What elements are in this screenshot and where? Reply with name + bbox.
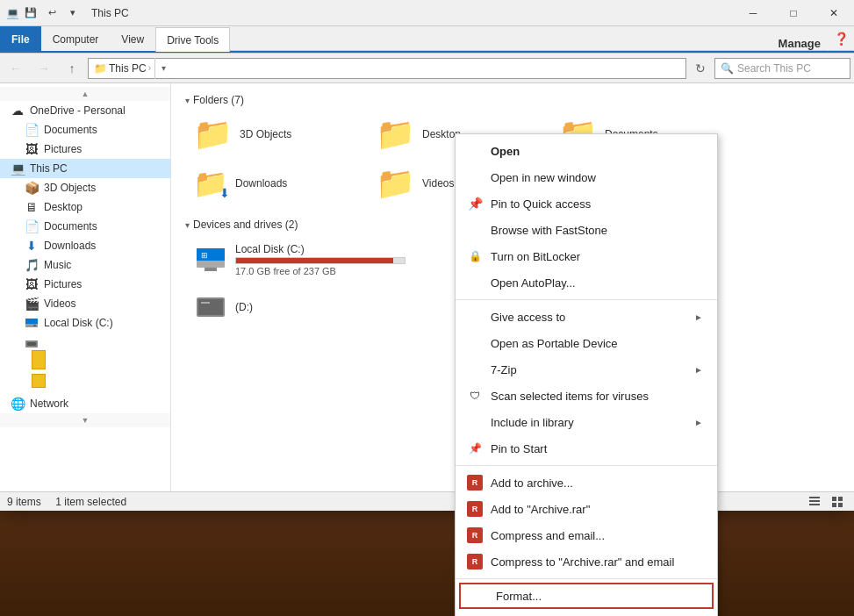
search-box[interactable]: 🔍 Search This PC xyxy=(714,58,850,79)
ctx-compress-email-label: Compress and email... xyxy=(491,529,703,542)
sidebar-label-this-pc: This PC xyxy=(30,162,68,175)
ctx-open-new-window[interactable]: Open in new window xyxy=(456,164,717,190)
folder-3d-objects-label: 3D Objects xyxy=(240,128,291,140)
ribbon-help-btn[interactable]: ❓ xyxy=(828,26,854,51)
ctx-autoplay[interactable]: Open AutoPlay... xyxy=(456,269,717,296)
documents-icon: 📄 xyxy=(25,219,39,233)
3d-objects-icon: 📦 xyxy=(25,181,39,195)
ctx-open-new-window-icon xyxy=(466,168,484,186)
sidebar-scroll-down[interactable]: ▼ xyxy=(0,413,170,427)
folder-desktop-icon: 📁 xyxy=(376,116,415,153)
drive-c-bar xyxy=(236,258,393,263)
folder-downloads-info: Downloads xyxy=(235,177,287,190)
sidebar-label-pictures: Pictures xyxy=(44,278,82,290)
ctx-browse-faststone[interactable]: Browse with FastStone xyxy=(456,217,717,243)
sidebar-item-this-pc[interactable]: 💻 This PC xyxy=(0,159,170,178)
sidebar-item-videos[interactable]: 🎬 Videos xyxy=(0,294,170,313)
ctx-pin-quick-label: Pin to Quick access xyxy=(491,197,703,211)
sidebar-label-videos: Videos xyxy=(44,297,75,310)
folder-3d-objects-info: 3D Objects xyxy=(240,128,291,140)
folder-downloads[interactable]: 📁⬇ Downloads xyxy=(185,162,361,204)
sidebar-label-network: Network xyxy=(30,398,68,410)
ctx-7zip[interactable]: 7-Zip ► xyxy=(456,356,717,383)
ctx-bitlocker[interactable]: 🔒 Turn on BitLocker xyxy=(456,243,717,269)
ctx-compress-email[interactable]: R Compress and email... xyxy=(456,522,717,548)
sidebar-item-drive-d-3[interactable] xyxy=(0,371,170,390)
ctx-portable-device[interactable]: Open as Portable Device xyxy=(456,330,717,356)
ctx-format[interactable]: Format... xyxy=(459,583,714,609)
sidebar-item-documents[interactable]: 📄 Documents xyxy=(0,217,170,236)
drive-d-name: (D:) xyxy=(235,301,405,313)
close-button[interactable]: ✕ xyxy=(814,0,854,26)
window-controls: ─ □ ✕ xyxy=(733,0,854,26)
ctx-pin-start[interactable]: 📌 Pin to Start xyxy=(456,435,717,462)
sidebar-item-network[interactable]: 🌐 Network xyxy=(0,394,170,413)
ctx-add-archive[interactable]: R Add to archive... xyxy=(456,469,717,496)
sidebar-label-desktop: Desktop xyxy=(44,201,83,213)
documents-icon-od: 📄 xyxy=(25,123,39,137)
maximize-button[interactable]: □ xyxy=(773,0,814,26)
folder-videos-icon: 📁 xyxy=(376,165,415,202)
ctx-faststone-label: Browse with FastStone xyxy=(491,224,703,237)
ctx-faststone-icon xyxy=(466,221,484,239)
sidebar-item-music[interactable]: 🎵 Music xyxy=(0,255,170,275)
ctx-include-library[interactable]: Include in library ► xyxy=(456,409,717,435)
status-items: 9 items 1 item selected xyxy=(7,496,126,508)
ctx-pin-quick-access[interactable]: 📌 Pin to Quick access xyxy=(456,190,717,217)
ctx-open[interactable]: Open xyxy=(456,138,717,164)
ctx-give-access[interactable]: Give access to ► xyxy=(456,304,717,330)
tab-drive-tools[interactable]: Drive Tools xyxy=(155,27,230,52)
quick-save-btn[interactable]: 💾 xyxy=(21,4,40,23)
tab-view[interactable]: View xyxy=(110,26,155,51)
sidebar-item-documents-od[interactable]: 📄 Documents xyxy=(0,120,170,140)
tab-computer[interactable]: Computer xyxy=(41,26,111,51)
sidebar-item-pictures[interactable]: 🖼 Pictures xyxy=(0,275,170,294)
address-input[interactable]: 📁 This PC › ▾ xyxy=(88,58,686,79)
network-icon: 🌐 xyxy=(11,397,25,411)
svg-rect-14 xyxy=(809,504,820,505)
sidebar-item-onedrive[interactable]: ☁ OneDrive - Personal xyxy=(0,101,170,120)
ctx-7zip-arrow: ► xyxy=(694,365,703,375)
ctx-format-icon xyxy=(471,587,489,605)
forward-button[interactable]: → xyxy=(32,58,56,79)
sidebar-item-downloads[interactable]: ⬇ Downloads xyxy=(0,236,170,255)
sidebar-item-drive-d-2[interactable] xyxy=(0,350,170,369)
drives-chevron-icon: ▾ xyxy=(185,220,190,230)
minimize-button[interactable]: ─ xyxy=(733,0,773,26)
refresh-button[interactable]: ↻ xyxy=(690,58,711,79)
ctx-library-arrow: ► xyxy=(694,418,703,427)
drive-local-c[interactable]: ⊞ Local Disk (C:) 17.0 GB free of 237 GB xyxy=(185,238,413,282)
sidebar-item-desktop[interactable]: 🖥 Desktop xyxy=(0,197,170,217)
sidebar-item-3d-objects[interactable]: 📦 3D Objects xyxy=(0,178,170,197)
breadcrumb-this-pc[interactable]: This PC xyxy=(109,62,147,75)
folder-3d-objects[interactable]: 📁 3D Objects xyxy=(185,113,361,155)
ctx-open-icon xyxy=(466,142,484,160)
sidebar-scroll-up[interactable]: ▲ xyxy=(0,87,170,101)
tab-file[interactable]: File xyxy=(0,26,41,51)
drive-d[interactable]: (D:) xyxy=(185,285,413,329)
ctx-eject[interactable]: Eject xyxy=(456,610,717,616)
back-button[interactable]: ← xyxy=(4,58,28,79)
drives-section-label: Devices and drives (2) xyxy=(193,218,298,231)
folders-section-header[interactable]: ▾ Folders (7) xyxy=(185,94,840,106)
sidebar-item-local-disk-c[interactable]: Local Disk (C:) xyxy=(0,313,170,333)
sidebar-label-onedrive: OneDrive - Personal xyxy=(30,104,126,117)
ctx-add-archive-rar[interactable]: R Add to "Archive.rar" xyxy=(456,496,717,522)
ctx-compress-rar-email[interactable]: R Compress to "Archive.rar" and email xyxy=(456,548,717,575)
breadcrumb-separator: › xyxy=(148,63,151,73)
quick-undo-btn[interactable]: ↩ xyxy=(42,4,61,23)
view-tiles-btn[interactable] xyxy=(828,494,847,510)
address-dropdown-btn[interactable]: ▾ xyxy=(154,58,172,79)
folders-section-label: Folders (7) xyxy=(193,94,244,106)
quick-expand-btn[interactable]: ▾ xyxy=(63,4,83,23)
folder-downloads-icon: 📁⬇ xyxy=(193,167,228,200)
ctx-sep-3 xyxy=(456,578,717,579)
sidebar-item-pictures-od[interactable]: 🖼 Pictures xyxy=(0,140,170,159)
ctx-compress-email-icon: R xyxy=(466,526,484,544)
pictures-icon: 🖼 xyxy=(25,277,39,291)
ctx-scan-virus[interactable]: 🛡 Scan selected items for viruses xyxy=(456,383,717,409)
up-button[interactable]: ↑ xyxy=(60,58,84,79)
view-details-btn[interactable] xyxy=(805,494,824,510)
folder-3d-objects-icon: 📁 xyxy=(193,116,233,153)
desktop-icon: 🖥 xyxy=(25,200,39,214)
